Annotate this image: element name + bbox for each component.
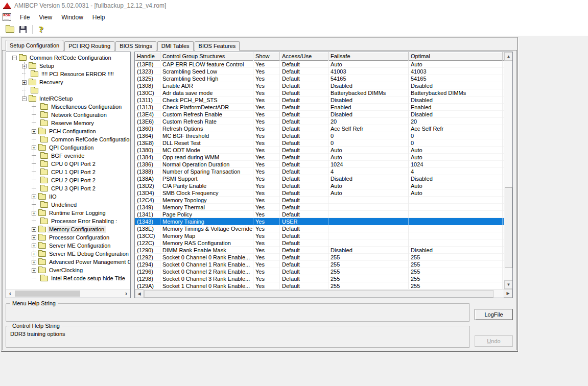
table-row[interactable]: (1380)MC ODT ModeYesDefaultAutoAuto	[135, 147, 504, 154]
expand-plus-icon[interactable]: +	[22, 64, 27, 68]
column-header-show[interactable]: Show	[253, 52, 280, 61]
collapse-minus-icon[interactable]: −	[22, 96, 27, 101]
table-row[interactable]: (12C4)Memory TopologyYesDefault	[135, 197, 504, 204]
tree-item[interactable]: −Common RefCode Configuration	[6, 54, 130, 62]
tree-item[interactable]: +Memory Configuration	[6, 225, 130, 233]
table-row[interactable]: (1313)Check PlatformDetectADRYesDefaultE…	[135, 104, 504, 111]
collapse-minus-icon[interactable]: −	[12, 56, 17, 60]
table-row[interactable]: (1308)Enable ADRYesDefaultDisabledDisabl…	[135, 82, 504, 89]
grid-vertical-scrollbar[interactable]: ▲ ▼	[504, 52, 512, 289]
table-row[interactable]: (13D2)C/A Parity EnableYesDefaultAutoAut…	[135, 182, 504, 189]
save-file-button[interactable]	[17, 24, 29, 35]
tree-scrollbar-thumb[interactable]	[15, 291, 80, 297]
table-row[interactable]: (129A)Socket 1 Channel 0 Rank Enable...Y…	[135, 282, 504, 289]
table-row[interactable]: (1323)Scrambling Seed LowYesDefault41003…	[135, 68, 504, 75]
tree-item[interactable]: CPU 3 QPI Port 2	[6, 184, 130, 192]
tree-item[interactable]: CPU 0 QPI Port 2	[6, 160, 130, 168]
undo-button[interactable]: Undo	[475, 335, 513, 347]
tree-item[interactable]: Reserve Memory	[6, 119, 130, 127]
tree-item[interactable]: +Runtime Error Logging	[6, 209, 130, 217]
rom-document-icon[interactable]: ROM	[3, 13, 11, 21]
table-row[interactable]: (1360)Refresh OptionsYesDefaultAcc Self …	[135, 125, 504, 132]
tree-item[interactable]: +Server ME Debug Configuration	[6, 250, 130, 258]
column-header-control-group-structures[interactable]: Control Group Structures	[160, 52, 253, 61]
tree-item[interactable]: +OverClocking	[6, 266, 130, 274]
table-row[interactable]: (1294)Socket 0 Channel 1 Rank Enable...Y…	[135, 261, 504, 268]
table-row[interactable]: (1311)Check PCH_PM_STSYesDefaultDisabled…	[135, 96, 504, 104]
tab-setup-configuration[interactable]: Setup Configuration	[6, 40, 63, 51]
table-row[interactable]: (1384)Opp read during WMMYesDefaultAutoA…	[135, 154, 504, 161]
expand-plus-icon[interactable]: +	[32, 268, 36, 273]
tree-item[interactable]: Network Configuration	[6, 111, 130, 119]
expand-plus-icon[interactable]: +	[32, 146, 36, 150]
scroll-left-icon[interactable]: ◀	[135, 290, 144, 298]
scroll-left-icon[interactable]: ‹	[6, 290, 14, 298]
tree-item[interactable]: Common RefCode Configuration	[6, 135, 130, 143]
tab-bios-features[interactable]: BIOS Features	[195, 41, 240, 51]
tree-item[interactable]: Intel Ref.code setup hide Title	[6, 274, 130, 282]
table-row[interactable]: (1325)Scrambling Seed HighYesDefault5416…	[135, 75, 504, 82]
help-button[interactable]: ?	[35, 24, 47, 35]
logfile-button[interactable]: LogFile	[475, 309, 513, 320]
tree-item[interactable]: Miscellaneous Configuration	[6, 103, 130, 111]
column-header-optimal[interactable]: Optimal	[409, 52, 503, 61]
tab-bios-strings[interactable]: BIOS Strings	[115, 41, 156, 51]
expand-plus-icon[interactable]: +	[22, 80, 27, 85]
table-row[interactable]: (1298)Socket 0 Channel 3 Rank Enable...Y…	[135, 275, 504, 282]
table-row[interactable]: (13CC)Memory MapYesDefault	[135, 232, 504, 239]
table-row[interactable]: (13E8)DLL Reset TestYesDefault00	[135, 139, 504, 147]
expand-plus-icon[interactable]: +	[32, 244, 36, 248]
menu-item-view[interactable]: View	[34, 12, 57, 22]
menu-item-help[interactable]: Help	[88, 12, 110, 22]
open-file-button[interactable]	[4, 24, 16, 35]
scroll-right-icon[interactable]: ›	[122, 290, 130, 298]
tree-item[interactable]: BGF override	[6, 152, 130, 160]
table-row[interactable]: (130C)Adr data save modeYesDefaultBatter…	[135, 89, 504, 96]
expand-plus-icon[interactable]: +	[32, 235, 36, 240]
table-row[interactable]: (1349)Memory ThermalYesDefault	[135, 204, 504, 211]
expand-plus-icon[interactable]: +	[32, 195, 36, 199]
table-row[interactable]: (138A)PSMI SupportYesDefaultDisabledDisa…	[135, 175, 504, 182]
table-row[interactable]: (1296)Socket 0 Channel 2 Rank Enable...Y…	[135, 268, 504, 275]
menu-item-file[interactable]: File	[15, 12, 34, 22]
grid-horizontal-scrollbar[interactable]: ◀	[135, 289, 504, 298]
tree-horizontal-scrollbar[interactable]: ‹ ›	[6, 289, 130, 298]
tree-item[interactable]: CPU 2 QPI Port 2	[6, 176, 130, 184]
tree-item[interactable]: +Processor Configuration	[6, 233, 130, 242]
tree-item[interactable]: Processor Error Enabling :	[6, 217, 130, 225]
column-header-failsafe[interactable]: Failsafe	[328, 52, 409, 61]
expand-plus-icon[interactable]: +	[32, 129, 36, 134]
column-header-access-use[interactable]: Access/Use	[280, 52, 328, 61]
tree-item[interactable]: +Setup	[6, 62, 130, 70]
tab-pci-irq-routing[interactable]: PCI IRQ Routing	[64, 41, 114, 51]
grid-vscrollbar-thumb[interactable]	[505, 187, 512, 268]
table-row[interactable]: (1292)Socket 0 Channel 0 Rank Enable...Y…	[135, 254, 504, 261]
table-row[interactable]: (1290)DIMM Rank Enable MaskYesDefaultDis…	[135, 247, 504, 254]
expand-plus-icon[interactable]: +	[32, 227, 36, 232]
tree-item[interactable]: +Recovery	[6, 78, 130, 86]
table-row[interactable]: (122C)Memory RAS ConfigurationYesDefault	[135, 239, 504, 247]
table-row[interactable]: (1364)MC BGF thresholdYesDefault00	[135, 132, 504, 139]
tree-item[interactable]: +QPI Configuration	[6, 143, 130, 152]
tree-item[interactable]: +PCH Configuration	[6, 127, 130, 135]
grid-hscrollbar-thumb[interactable]	[144, 290, 493, 298]
tree-item[interactable]: +Server ME Configuration	[6, 242, 130, 250]
expand-plus-icon[interactable]: +	[32, 252, 36, 256]
scroll-down-icon[interactable]: ▼	[504, 280, 513, 289]
tree-item[interactable]: CPU 1 QPI Port 2	[6, 168, 130, 176]
tree-item[interactable]: +IIO	[6, 192, 130, 201]
tree-item[interactable]	[6, 86, 130, 94]
tree-item[interactable]: +Advanced Power Management C	[6, 258, 130, 266]
menu-item-window[interactable]: Window	[57, 12, 88, 22]
table-row[interactable]: (1388)Number of Sparing TransactionYesDe…	[135, 168, 504, 175]
table-row[interactable]: (13E4)Custom Refresh EnableYesDefaultDis…	[135, 111, 504, 118]
tab-dmi-tables[interactable]: DMI Tables	[157, 41, 194, 51]
expand-plus-icon[interactable]: +	[32, 211, 36, 215]
scroll-up-icon[interactable]: ▲	[504, 52, 513, 61]
table-row[interactable]: (1386)Normal Operation DurationYesDefaul…	[135, 161, 504, 168]
table-row[interactable]: (1341)Page PolicyYesDefault	[135, 211, 504, 218]
table-row[interactable]: (13D4)SMB Clock FrequencyYesDefaultAutoA…	[135, 189, 504, 197]
column-header-handle[interactable]: Handle	[135, 52, 160, 61]
scroll-right-icon[interactable]: ▶	[504, 289, 512, 298]
table-row[interactable]: (13F8)CAP ERR FLOW feature ControlYesDef…	[135, 61, 504, 68]
